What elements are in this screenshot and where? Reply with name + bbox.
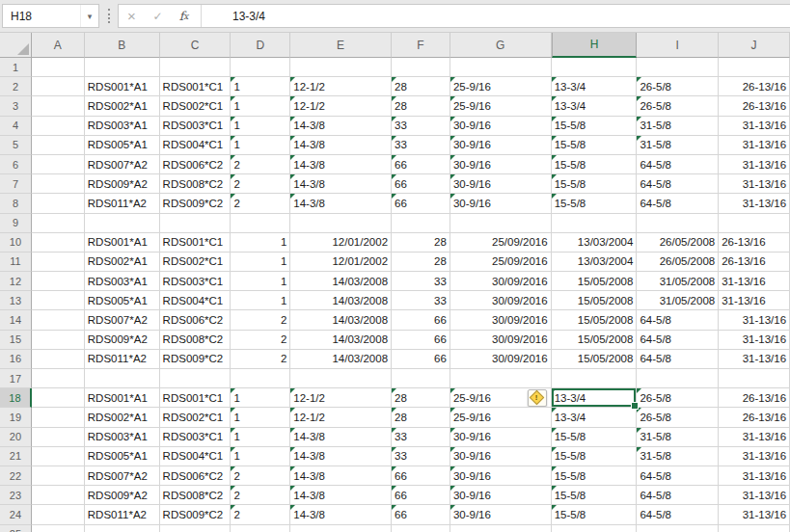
cell-B12[interactable]: RDS003*A1 <box>85 272 160 291</box>
cell-C4[interactable]: RDS003*C1 <box>160 117 232 136</box>
cell-C16[interactable]: RDS009*C2 <box>160 350 232 369</box>
cell-A8[interactable] <box>32 194 85 213</box>
cell-I8[interactable]: 64-5/8 <box>637 194 719 213</box>
cell-E17[interactable] <box>290 369 392 388</box>
cell-B3[interactable]: RDS002*A1 <box>85 96 160 116</box>
cell-B19[interactable]: RDS002*A1 <box>85 408 160 427</box>
cell-B1[interactable] <box>85 58 160 77</box>
cell-C11[interactable]: RDS002*C1 <box>160 253 232 272</box>
row-header-1[interactable]: 1 <box>0 58 32 77</box>
cell-H3[interactable]: 13-3/4 <box>552 96 638 116</box>
cell-C3[interactable]: RDS002*C1 <box>160 96 232 116</box>
row-header-24[interactable]: 24 <box>0 505 32 524</box>
cell-I7[interactable]: 64-5/8 <box>637 174 719 194</box>
cell-G16[interactable]: 30/09/2016 <box>450 350 552 369</box>
cell-H9[interactable] <box>552 214 638 233</box>
cell-D3[interactable]: 1 <box>231 96 290 116</box>
cell-C21[interactable]: RDS004*C1 <box>160 447 232 466</box>
cell-A20[interactable] <box>32 428 85 447</box>
cell-C12[interactable]: RDS003*C1 <box>160 272 232 291</box>
cell-D15[interactable]: 2 <box>231 331 290 350</box>
cell-G5[interactable]: 30-9/16 <box>450 136 552 155</box>
cell-I3[interactable]: 26-5/8 <box>637 96 719 116</box>
cell-H2[interactable]: 13-3/4 <box>552 77 638 96</box>
error-smart-tag-button[interactable]: ! <box>528 389 547 407</box>
cell-C18[interactable]: RDS001*C1 <box>160 388 232 408</box>
row-header-22[interactable]: 22 <box>0 466 32 486</box>
cell-F11[interactable]: 28 <box>392 253 450 272</box>
cell-F16[interactable]: 66 <box>392 350 450 369</box>
cell-I19[interactable]: 26-5/8 <box>637 408 719 427</box>
cell-A3[interactable] <box>32 96 85 116</box>
cell-D6[interactable]: 2 <box>231 155 290 174</box>
cell-G21[interactable]: 30-9/16 <box>450 447 552 466</box>
cell-B6[interactable]: RDS007*A2 <box>85 155 160 174</box>
cell-J25[interactable] <box>719 525 790 532</box>
cell-A1[interactable] <box>32 58 85 77</box>
cell-D23[interactable]: 2 <box>231 486 290 505</box>
cell-D9[interactable] <box>231 214 290 233</box>
cell-G14[interactable]: 30/09/2016 <box>450 310 552 330</box>
row-header-15[interactable]: 15 <box>0 331 32 350</box>
cell-A2[interactable] <box>32 77 85 96</box>
cell-F14[interactable]: 66 <box>392 310 450 330</box>
cell-E19[interactable]: 12-1/2 <box>290 408 392 427</box>
cell-J5[interactable]: 31-13/16 <box>719 136 790 155</box>
enter-icon[interactable]: ✓ <box>145 5 171 27</box>
cell-F2[interactable]: 28 <box>392 77 450 96</box>
cell-E21[interactable]: 14-3/8 <box>290 447 392 466</box>
cell-B7[interactable]: RDS009*A2 <box>85 174 160 194</box>
cell-J7[interactable]: 31-13/16 <box>719 174 790 194</box>
cell-F17[interactable] <box>392 369 450 388</box>
cell-J24[interactable]: 31-13/16 <box>719 505 790 524</box>
cell-A5[interactable] <box>32 136 85 155</box>
row-header-7[interactable]: 7 <box>0 174 32 194</box>
cell-H14[interactable]: 15/05/2008 <box>552 310 638 330</box>
cell-G2[interactable]: 25-9/16 <box>450 77 552 96</box>
cell-B23[interactable]: RDS009*A2 <box>85 486 160 505</box>
cell-F10[interactable]: 28 <box>392 233 450 253</box>
cell-D13[interactable]: 1 <box>231 291 290 310</box>
cell-H8[interactable]: 15-5/8 <box>552 194 638 213</box>
cell-I22[interactable]: 64-5/8 <box>637 466 719 486</box>
row-header-19[interactable]: 19 <box>0 408 32 427</box>
cell-H15[interactable]: 15/05/2008 <box>552 331 638 350</box>
cell-F18[interactable]: 28 <box>392 388 450 408</box>
cell-B13[interactable]: RDS005*A1 <box>85 291 160 310</box>
cell-B5[interactable]: RDS005*A1 <box>85 136 160 155</box>
cell-D20[interactable]: 1 <box>231 428 290 447</box>
cell-J17[interactable] <box>719 369 790 388</box>
fill-handle[interactable] <box>631 402 639 410</box>
cell-E15[interactable]: 14/03/2008 <box>290 331 392 350</box>
cell-G8[interactable]: 30-9/16 <box>450 194 552 213</box>
cell-F4[interactable]: 33 <box>392 117 450 136</box>
row-header-10[interactable]: 10 <box>0 233 32 253</box>
cell-C7[interactable]: RDS008*C2 <box>160 174 232 194</box>
cell-I15[interactable]: 64-5/8 <box>637 331 719 350</box>
cell-E22[interactable]: 14-3/8 <box>290 466 392 486</box>
cell-E6[interactable]: 14-3/8 <box>290 155 392 174</box>
cell-A13[interactable] <box>32 291 85 310</box>
cell-H6[interactable]: 15-5/8 <box>552 155 638 174</box>
cell-A10[interactable] <box>32 233 85 253</box>
cell-F6[interactable]: 66 <box>392 155 450 174</box>
cell-J22[interactable]: 31-13/16 <box>719 466 790 486</box>
select-all-button[interactable] <box>0 33 32 58</box>
cell-C15[interactable]: RDS008*C2 <box>160 331 232 350</box>
cell-F20[interactable]: 33 <box>392 428 450 447</box>
cell-I21[interactable]: 31-5/8 <box>637 447 719 466</box>
cell-J18[interactable]: 26-13/16 <box>719 388 790 408</box>
column-header-F[interactable]: F <box>392 33 450 58</box>
cell-E4[interactable]: 14-3/8 <box>290 117 392 136</box>
cell-A12[interactable] <box>32 272 85 291</box>
row-header-9[interactable]: 9 <box>0 214 32 233</box>
cell-A25[interactable] <box>32 525 85 532</box>
cell-D25[interactable] <box>231 525 290 532</box>
cell-F21[interactable]: 33 <box>392 447 450 466</box>
cell-G24[interactable]: 30-9/16 <box>450 505 552 524</box>
cell-F7[interactable]: 66 <box>392 174 450 194</box>
row-header-20[interactable]: 20 <box>0 428 32 447</box>
cell-J3[interactable]: 26-13/16 <box>719 96 790 116</box>
cell-H21[interactable]: 15-5/8 <box>552 447 638 466</box>
cell-C10[interactable]: RDS001*C1 <box>160 233 232 253</box>
